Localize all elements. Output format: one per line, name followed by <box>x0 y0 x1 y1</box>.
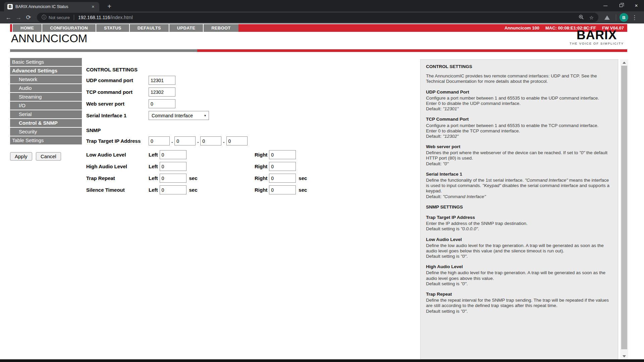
help-heading-control-settings: CONTROL SETTINGS <box>426 64 612 69</box>
tab-favicon: B <box>7 4 13 9</box>
ip-dot-separator: . <box>171 138 173 144</box>
trap-repeat-left-input[interactable] <box>160 174 186 183</box>
right-group: Rightsec <box>255 185 307 194</box>
omnibox[interactable]: ⓘ Not secure 192.168.11.116 /index.html … <box>37 13 598 22</box>
scroll-down-button[interactable] <box>620 353 628 359</box>
left-group: Leftsec <box>149 185 198 194</box>
right-label: Right <box>255 164 267 169</box>
chevron-down-icon: ▾ <box>204 114 206 117</box>
help-paragraph: Define the high audio level for the trap… <box>426 270 612 287</box>
field-label: TCP command port <box>86 89 149 95</box>
web-server-port-input[interactable] <box>149 99 175 108</box>
help-heading-trap-repeat: Trap Repeat <box>426 292 612 297</box>
sidebar-item-network[interactable]: Network <box>10 75 82 84</box>
apply-button[interactable]: Apply <box>10 152 32 161</box>
zoom-icon[interactable] <box>579 14 584 20</box>
help-heading-serial-interface-1: Serial Interface 1 <box>426 172 612 177</box>
nav-tab-configuration[interactable]: CONFIGURATION <box>42 24 96 32</box>
field-row-udp-command-port: UDP command port <box>86 76 408 85</box>
minimize-button[interactable]: — <box>598 0 613 11</box>
help-heading-tcp-command-port: TCP Command Port <box>426 117 612 122</box>
maximize-button[interactable] <box>613 0 629 11</box>
barix-logo: BARIX THE VOICE OF SIMPLICITY <box>566 29 627 45</box>
page-title: ANNUNCICOM <box>11 32 87 45</box>
help-scrollbar[interactable] <box>620 59 628 359</box>
browser-tab[interactable]: B BARIX Annuncicom IC Status ✕ <box>4 2 99 11</box>
ip-octet-input[interactable] <box>226 136 248 145</box>
tab-title: BARIX Annuncicom IC Status <box>15 4 88 9</box>
ip-octet-input[interactable] <box>149 136 170 145</box>
scrollbar-thumb[interactable] <box>621 66 627 349</box>
left-group: Leftsec <box>149 174 198 183</box>
help-heading-trap-target-ip-address: Trap Target IP Address <box>426 215 612 220</box>
form-buttons: Apply Cancel <box>10 152 63 161</box>
info-icon[interactable]: ⓘ <box>42 14 46 20</box>
nav-tab-status[interactable]: STATUS <box>96 24 129 32</box>
serial-interface-1-select[interactable]: Command Interface▾ <box>149 111 209 120</box>
help-paragraph: Configure a port number between 1 and 65… <box>426 96 612 112</box>
sidebar-item-streaming[interactable]: Streaming <box>10 93 82 102</box>
sidebar-item-i-o[interactable]: I/O <box>10 102 82 110</box>
close-button[interactable]: ✕ <box>629 0 644 11</box>
help-heading-high-audio-level: High Audio Level <box>426 264 612 269</box>
low-audio-level-right-input[interactable] <box>269 150 296 159</box>
high-audio-level-right-input[interactable] <box>269 162 296 171</box>
tcp-command-port-input[interactable] <box>149 87 175 97</box>
nav-tab-home[interactable]: HOME <box>12 24 42 32</box>
nav-tab-reboot[interactable]: REBOOT <box>203 24 238 32</box>
sidebar-item-advanced-settings[interactable]: Advanced Settings <box>10 67 82 75</box>
help-heading-snmp-settings: SNMP SETTINGS <box>426 204 612 210</box>
sidebar-item-security[interactable]: Security <box>10 128 82 136</box>
field-row-high-audio-level: High Audio LevelLeftRight <box>86 162 408 171</box>
field-row-low-audio-level: Low Audio LevelLeftRight <box>86 150 408 159</box>
sidebar-item-control-snmp[interactable]: Control & SNMP <box>10 119 82 128</box>
reload-button[interactable]: ⟳ <box>23 14 34 20</box>
extension-drive-icon[interactable] <box>604 15 610 20</box>
ip-octet-input[interactable] <box>200 136 221 145</box>
scroll-up-button[interactable] <box>620 59 628 66</box>
ip-dot-separator: . <box>223 138 224 144</box>
browser-menu-icon[interactable]: ⋮ <box>632 14 637 21</box>
help-paragraph: Defines the port where the webserver of … <box>426 150 612 167</box>
unit-label: sec <box>189 187 198 193</box>
select-value: Command Interface <box>152 113 193 118</box>
new-tab-button[interactable]: + <box>105 2 114 11</box>
ip-octet-input[interactable] <box>174 136 196 145</box>
help-heading-udp-command-port: UDP Command Port <box>426 89 612 95</box>
right-group: Right <box>255 162 296 171</box>
field-row-trap-repeat: Trap RepeatLeftsecRightsec <box>86 174 408 183</box>
low-audio-level-left-input[interactable] <box>160 150 186 159</box>
field-label: Silence Timeout <box>86 187 149 193</box>
field-row-tcp-command-port: TCP command port <box>86 87 408 97</box>
control-settings-heading: CONTROL SETTINGS <box>86 67 408 72</box>
field-row-web-server-port: Web server port <box>86 99 408 108</box>
sidebar-item-audio[interactable]: Audio <box>10 84 82 93</box>
help-heading-web-server-port: Web server port <box>426 144 612 149</box>
help-paragraph: Define the low audio level for the trap … <box>426 243 612 259</box>
back-button[interactable]: ← <box>3 14 13 20</box>
profile-avatar[interactable]: B <box>620 13 628 22</box>
forward-button[interactable]: → <box>13 14 23 20</box>
cancel-button[interactable]: Cancel <box>36 152 61 161</box>
sidebar-item-table-settings[interactable]: Table Settings <box>10 136 82 145</box>
left-label: Left <box>149 164 158 169</box>
tab-close-icon[interactable]: ✕ <box>90 4 96 10</box>
high-audio-level-left-input[interactable] <box>160 162 186 171</box>
top-nav-bar: HOMECONFIGURATIONSTATUSDEFAULTSUPDATEREB… <box>10 24 627 32</box>
trap-repeat-right-input[interactable] <box>269 174 296 183</box>
left-label: Left <box>149 152 158 158</box>
header-divider <box>10 49 627 52</box>
silence-timeout-left-input[interactable] <box>160 185 186 194</box>
udp-command-port-input[interactable] <box>149 76 175 85</box>
sidebar-item-basic-settings[interactable]: Basic Settings <box>10 58 82 67</box>
nav-tab-update[interactable]: UPDATE <box>169 24 203 32</box>
left-group: Left <box>149 150 186 159</box>
silence-timeout-right-input[interactable] <box>269 185 296 194</box>
trap-target-ip-row: Trap Target IP Address ... <box>86 136 408 145</box>
browser-toolbar: ← → ⟳ ⓘ Not secure 192.168.11.116 /index… <box>0 11 644 23</box>
sidebar-item-serial[interactable]: Serial <box>10 110 82 119</box>
right-label: Right <box>255 175 267 181</box>
nav-tab-defaults[interactable]: DEFAULTS <box>129 24 169 32</box>
bookmark-star-icon[interactable]: ☆ <box>589 15 594 20</box>
right-group: Rightsec <box>255 174 307 183</box>
